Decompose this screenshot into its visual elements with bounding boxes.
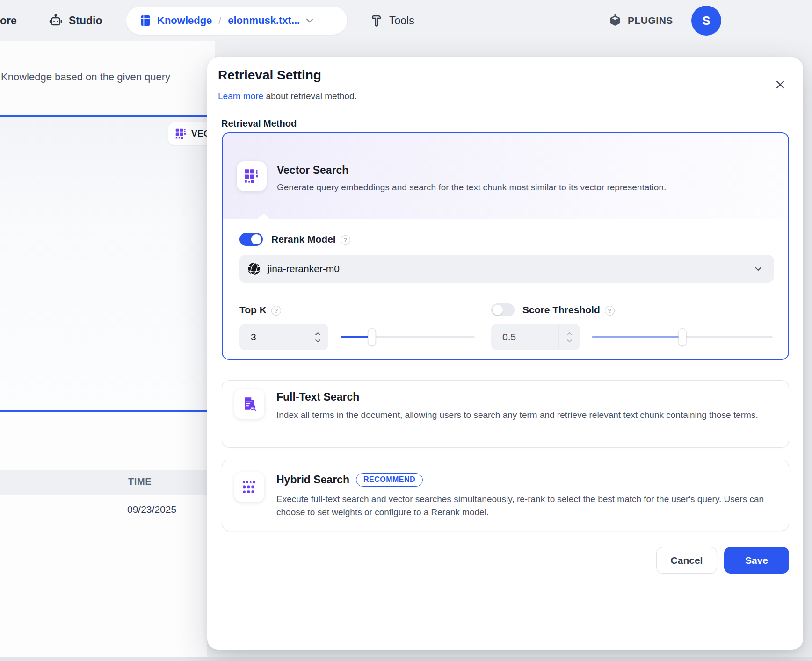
document-search-icon xyxy=(241,396,257,412)
method-card-fulltext-search[interactable]: Full-Text Search Index all terms in the … xyxy=(222,380,789,448)
hybrid-title: Hybrid SearchRECOMMEND xyxy=(276,473,423,487)
method-card-hybrid-search[interactable]: Hybrid SearchRECOMMEND Execute full-text… xyxy=(222,460,789,531)
nav-plugins-label: PLUGINS xyxy=(628,15,673,26)
hybrid-icon-tile xyxy=(234,472,264,502)
method-card-vector-search[interactable]: Vector Search Generate query embeddings … xyxy=(222,132,789,360)
nav-item-explore[interactable]: ore xyxy=(0,0,17,41)
topk-stepper[interactable] xyxy=(307,324,328,350)
chevron-down-icon xyxy=(754,266,762,272)
vector-search-title: Vector Search xyxy=(277,164,348,177)
toggle-knob xyxy=(493,305,503,315)
nav-studio-label: Studio xyxy=(69,14,102,27)
nav-item-plugins[interactable]: PLUGINS xyxy=(608,0,673,41)
avatar[interactable]: S xyxy=(691,6,721,36)
time-column-header: TIME xyxy=(128,476,152,487)
breadcrumb-knowledge[interactable]: Knowledge xyxy=(157,14,212,27)
score-threshold-label: Score Threshold? xyxy=(522,304,615,316)
help-icon[interactable]: ? xyxy=(605,306,615,316)
score-threshold-stepper[interactable] xyxy=(558,324,580,350)
book-icon xyxy=(138,14,152,27)
close-icon xyxy=(775,79,785,90)
nav-item-studio[interactable]: Studio xyxy=(48,0,102,41)
records-table-header: TIME xyxy=(0,470,207,495)
slider-fill xyxy=(341,336,372,338)
row-divider xyxy=(0,532,207,532)
chevron-down-icon[interactable] xyxy=(305,18,314,23)
grid-icon xyxy=(244,168,260,184)
save-button[interactable]: Save xyxy=(724,547,789,574)
topk-value: 3 xyxy=(251,331,307,343)
score-threshold-value: 0.5 xyxy=(502,331,558,343)
fulltext-icon-tile xyxy=(234,389,264,419)
cancel-button[interactable]: Cancel xyxy=(656,547,717,574)
header-notch xyxy=(257,214,270,219)
dots-grid-icon xyxy=(241,479,257,495)
slider-fill xyxy=(592,336,682,338)
nav-item-tools[interactable]: Tools xyxy=(370,0,414,41)
vector-search-icon-tile xyxy=(237,161,267,191)
learn-more-rest: about retrieval method. xyxy=(263,91,357,101)
breadcrumb: Knowledge / elonmusk.txt... xyxy=(126,7,347,35)
hybrid-description: Execute full-text search and vector sear… xyxy=(276,493,777,519)
hammer-icon xyxy=(370,14,384,28)
slider-thumb[interactable] xyxy=(678,328,686,346)
breadcrumb-document[interactable]: elonmusk.txt... xyxy=(228,14,300,27)
score-threshold-slider[interactable] xyxy=(592,328,773,346)
rerank-model-label: Rerank Model? xyxy=(271,234,350,245)
window-bottom-edge xyxy=(0,657,812,661)
selected-model-name: jina-reranker-m0 xyxy=(268,263,340,274)
vector-search-description: Generate query embeddings and search for… xyxy=(277,181,689,194)
topk-slider[interactable] xyxy=(341,328,475,346)
chevron-up-icon xyxy=(315,332,321,336)
breadcrumb-separator: / xyxy=(218,15,221,26)
avatar-initial: S xyxy=(703,14,710,28)
table-row[interactable]: K 09/23/2025 xyxy=(0,499,207,524)
query-hint-text: Knowledge based on the given query xyxy=(1,71,170,83)
retrieval-testing-panel: Knowledge based on the given query xyxy=(0,41,215,115)
fulltext-title: Full-Text Search xyxy=(276,391,359,403)
grid-icon xyxy=(175,128,187,140)
score-threshold-toggle[interactable] xyxy=(491,303,515,316)
close-button[interactable] xyxy=(771,75,790,94)
chevron-down-icon xyxy=(566,339,573,343)
learn-more-line: Learn more about retrieval method. xyxy=(218,91,357,101)
topk-label: Top K? xyxy=(239,304,281,316)
table-cell-time: 09/23/2025 xyxy=(127,504,176,515)
topk-input[interactable]: 3 xyxy=(239,324,328,350)
help-icon[interactable]: ? xyxy=(271,306,281,316)
learn-more-link[interactable]: Learn more xyxy=(218,91,263,101)
help-icon[interactable]: ? xyxy=(341,235,350,245)
fulltext-description: Index all terms in the document, allowin… xyxy=(276,409,768,422)
score-threshold-input[interactable]: 0.5 xyxy=(491,324,580,350)
retrieval-method-label: Retrieval Method xyxy=(221,118,297,129)
robot-icon xyxy=(48,13,63,28)
slider-thumb[interactable] xyxy=(368,328,376,346)
nav-tools-label: Tools xyxy=(389,14,414,27)
rerank-model-select[interactable]: jina-reranker-m0 xyxy=(239,255,774,283)
globe-icon xyxy=(247,262,261,276)
package-icon xyxy=(608,14,622,28)
chevron-down-icon xyxy=(315,339,321,343)
nav-explore-label: ore xyxy=(0,14,17,27)
chevron-up-icon xyxy=(566,332,573,336)
results-area xyxy=(0,117,207,410)
records-panel xyxy=(0,412,207,661)
toggle-knob xyxy=(251,234,261,244)
recommend-badge: RECOMMEND xyxy=(356,473,423,487)
modal-title: Retrieval Setting xyxy=(218,68,321,83)
retrieval-setting-modal: Retrieval Setting Learn more about retri… xyxy=(207,57,803,650)
rerank-model-toggle[interactable] xyxy=(239,233,263,246)
